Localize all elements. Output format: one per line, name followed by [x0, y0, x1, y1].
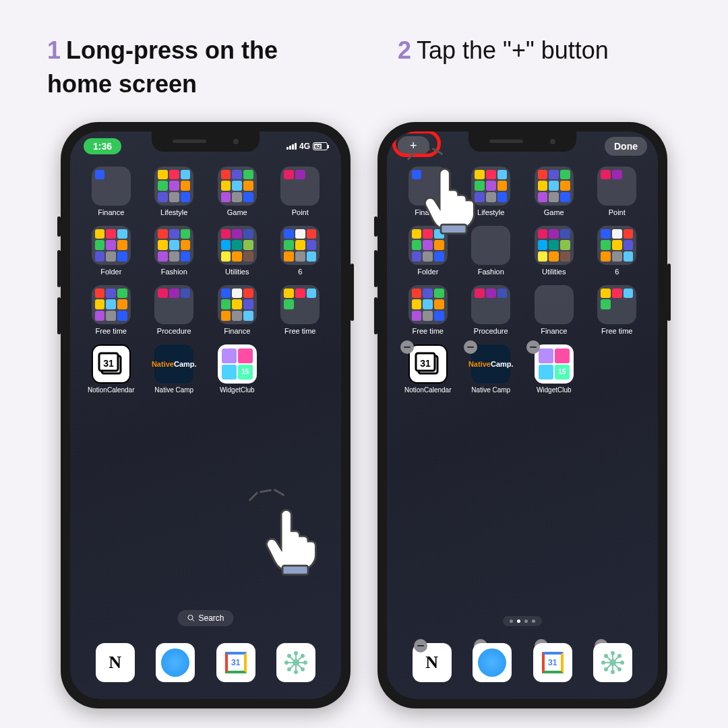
folder-label: Fashion [462, 268, 520, 276]
notion-app[interactable]: N [96, 643, 135, 682]
folder-icon [597, 285, 636, 324]
app-folder[interactable]: Procedure [146, 285, 204, 335]
app-folder[interactable]: Utilities [208, 226, 266, 276]
notch [468, 131, 576, 152]
app-folder[interactable]: Free time [82, 285, 140, 335]
app-folder[interactable]: Folder [399, 226, 457, 276]
folder-label: Free time [399, 327, 457, 335]
app-icon-widgetclub[interactable]: 15WidgetClub [525, 344, 583, 394]
folder-icon [92, 166, 131, 206]
safari-icon [156, 643, 195, 682]
svg-point-24 [618, 668, 621, 671]
step-text: Long-press on the home screen [47, 36, 278, 98]
app-folder[interactable]: Free time [272, 285, 330, 335]
folder-icon [218, 226, 257, 265]
app-icon-notioncalendar[interactable]: 31NotionCalendar [399, 344, 457, 394]
assistant-icon [593, 643, 632, 682]
folder-label: Lifestyle [462, 208, 520, 216]
app-folder[interactable]: Utilities [525, 226, 583, 276]
app-folder[interactable]: Finance [525, 285, 583, 335]
google-calendar-app[interactable]: 31 [216, 643, 255, 682]
folder-label: Point [588, 208, 646, 216]
folder-icon [154, 285, 193, 324]
folder-icon [597, 166, 636, 206]
step-1-heading: 1Long-press on the home screen [47, 34, 330, 102]
folder-icon [597, 226, 636, 265]
google-calendar-icon: 31 [533, 643, 572, 682]
home-screen-edit-mode[interactable]: + Done FinanceLifestyleGamePointFolderFa… [387, 131, 658, 699]
svg-point-8 [285, 661, 288, 664]
app-icon: 31 [92, 344, 131, 384]
safari-app[interactable] [156, 643, 195, 682]
svg-rect-14 [282, 566, 308, 574]
app-row: 31NotionCalendarNativeCamp.Native Camp15… [387, 340, 658, 398]
remove-app-button[interactable] [414, 639, 427, 653]
svg-point-13 [288, 668, 291, 671]
svg-point-25 [618, 655, 621, 657]
page-indicator[interactable] [503, 616, 542, 626]
folder-icon [92, 226, 131, 265]
done-button[interactable]: Done [605, 137, 647, 156]
app-folder[interactable]: Lifestyle [462, 166, 520, 216]
app-folder[interactable]: Fashion [462, 226, 520, 276]
app-folder[interactable]: Folder [82, 226, 140, 276]
folder-icon [408, 226, 448, 265]
app-folder[interactable]: Point [588, 166, 646, 216]
app-folder[interactable]: Finance [399, 166, 457, 216]
folder-label: Free time [82, 327, 140, 335]
remove-app-button[interactable] [400, 340, 414, 354]
svg-text:31: 31 [420, 358, 431, 369]
app-icon-native-camp[interactable]: NativeCamp.Native Camp [146, 344, 204, 394]
app-folder[interactable]: Point [272, 166, 330, 216]
folder-label: Finance [525, 327, 583, 335]
folder-icon [280, 166, 320, 206]
folder-label: Point [272, 208, 330, 216]
app-folder[interactable]: 6 [272, 226, 330, 276]
folder-icon [535, 166, 574, 206]
app-folder[interactable]: Fashion [146, 226, 204, 276]
app-folder[interactable]: Finance [82, 166, 140, 216]
search-button[interactable]: Search [177, 610, 233, 626]
notion-app[interactable]: N [413, 643, 452, 682]
svg-point-23 [605, 655, 607, 657]
app-folder[interactable]: Game [525, 166, 583, 216]
folder-label: Game [525, 208, 583, 216]
step-number: 1 [47, 36, 61, 64]
remove-app-button[interactable] [526, 340, 540, 354]
home-screen[interactable]: 1:36 4G 62 FinanceLifestyleGamePointFold… [70, 131, 341, 699]
app-folder[interactable]: 6 [588, 226, 646, 276]
svg-line-4 [192, 619, 194, 621]
svg-point-12 [301, 655, 304, 657]
app-icon: 31 [408, 344, 448, 384]
safari-icon [473, 643, 512, 682]
folder-grid: FinanceLifestyleGamePointFolderFashionUt… [70, 161, 341, 340]
dock: N31 [78, 634, 333, 691]
app-folder[interactable]: Free time [588, 285, 646, 335]
folder-label: Free time [272, 327, 330, 335]
folder-icon [408, 166, 448, 206]
app-icon-native-camp[interactable]: NativeCamp.Native Camp [462, 344, 520, 394]
app-label: NotionCalendar [82, 386, 140, 394]
remove-app-button[interactable] [464, 340, 477, 354]
folder-label: Fashion [146, 268, 204, 276]
app-folder[interactable]: Lifestyle [146, 166, 204, 216]
assistant-app[interactable] [593, 643, 632, 682]
app-folder[interactable]: Procedure [462, 285, 520, 335]
folder-icon [154, 166, 193, 206]
folder-icon [218, 166, 257, 206]
google-calendar-app[interactable]: 31 [533, 643, 572, 682]
app-icon-widgetclub[interactable]: 15WidgetClub [208, 344, 266, 394]
app-icon: NativeCamp. [154, 344, 193, 384]
app-folder[interactable]: Finance [208, 285, 266, 335]
svg-point-6 [295, 652, 297, 655]
assistant-icon [276, 643, 315, 682]
app-icon: 15 [218, 344, 257, 384]
folder-label: Procedure [146, 327, 204, 335]
safari-app[interactable] [473, 643, 512, 682]
folder-grid: FinanceLifestyleGamePointFolderFashionUt… [387, 161, 658, 340]
app-icon-notioncalendar[interactable]: 31NotionCalendar [82, 344, 140, 394]
app-folder[interactable]: Free time [399, 285, 457, 335]
assistant-app[interactable] [276, 643, 315, 682]
add-widget-button[interactable]: + [398, 136, 429, 156]
app-folder[interactable]: Game [208, 166, 266, 216]
